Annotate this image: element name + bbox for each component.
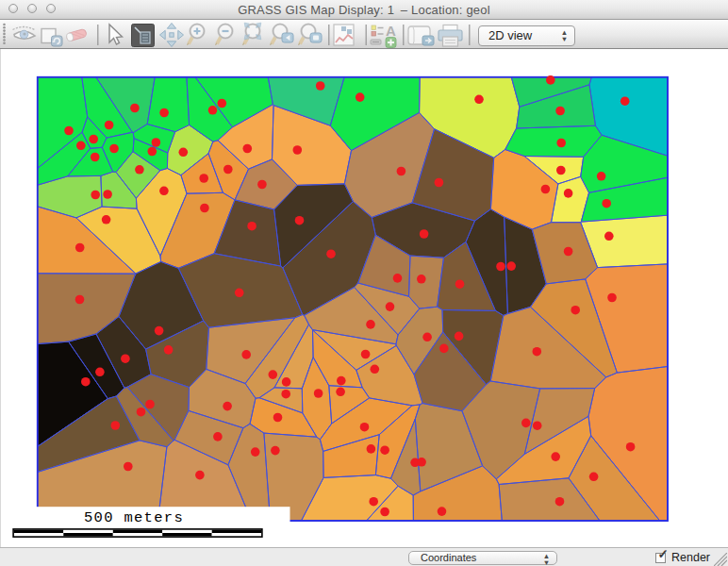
svg-text:A: A (386, 23, 396, 39)
